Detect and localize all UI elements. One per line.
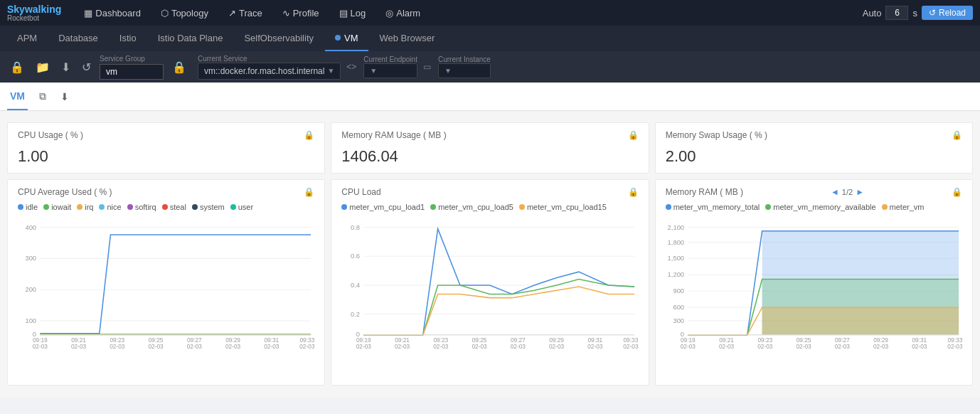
log-icon: ▤	[339, 8, 348, 18]
legend-meter-vm: meter_vm	[882, 203, 925, 211]
tab-istio[interactable]: Istio	[110, 26, 147, 51]
nav-right: Auto s ↺ Reload	[863, 6, 973, 20]
service-group-input[interactable]	[100, 64, 164, 80]
legend-load15-dot	[519, 204, 525, 210]
svg-text:0.2: 0.2	[351, 311, 360, 318]
nav-dashboard-label: Dashboard	[95, 8, 141, 18]
svg-text:02-03: 02-03	[549, 343, 565, 350]
nav-topology[interactable]: ⬡ Topology	[152, 0, 217, 26]
legend-user-dot	[230, 204, 236, 210]
nav-dashboard[interactable]: ▦ Dashboard	[75, 0, 149, 26]
legend-nice-dot	[99, 204, 105, 210]
alarm-icon: ◎	[385, 8, 393, 18]
lock-service-icon: 🔒	[169, 58, 189, 77]
tab-apm[interactable]: APM	[7, 26, 47, 51]
metrics-row: CPU Usage ( % ) 🔒 1.00 Memory RAM Usage …	[7, 122, 973, 174]
legend-cpu-load15: meter_vm_cpu_load15	[519, 203, 607, 211]
second-navigation: APM Database Istio Istio Data Plane Self…	[0, 26, 980, 51]
download-toolbar-icon[interactable]: ⬇	[58, 58, 73, 77]
tab-apm-label: APM	[17, 33, 37, 43]
svg-marker-72	[762, 307, 958, 335]
toolbar: 🔒 📁 ⬇ ↺ Service Group 🔒 Current Service …	[0, 51, 980, 83]
svg-text:02-03: 02-03	[395, 343, 410, 350]
chart-cpu-avg: CPU Average Used ( % ) 🔒 idle iowait irq…	[7, 179, 325, 386]
vm-dot	[335, 35, 341, 41]
metric-cpu-value: 1.00	[18, 147, 314, 166]
metric-ram-value: 1406.04	[341, 147, 638, 166]
vm-tab-label: VM	[10, 90, 25, 102]
svg-text:02-03: 02-03	[719, 343, 735, 350]
metric-card-cpu-usage: CPU Usage ( % ) 🔒 1.00	[7, 122, 325, 174]
nav-log[interactable]: ▤ Log	[331, 0, 375, 26]
vm-tab[interactable]: VM	[7, 83, 28, 110]
chart-cpu-avg-title: CPU Average Used ( % ) 🔒	[18, 187, 314, 197]
current-instance-dropdown[interactable]: ▼	[438, 63, 491, 78]
metric-ram-title: Memory RAM Usage ( MB ) 🔒	[341, 130, 638, 140]
auto-interval-input[interactable]	[885, 6, 908, 20]
chart-cpu-avg-label: CPU Average Used ( % )	[18, 187, 112, 197]
svg-text:02-03: 02-03	[757, 343, 773, 350]
svg-text:300: 300	[673, 317, 684, 324]
chart-memory-legend: meter_vm_memory_total meter_vm_memory_av…	[666, 203, 962, 211]
metric-cpu-lock-icon: 🔒	[304, 130, 314, 140]
chart-memory-area: 2,100 1,800 1,500 1,200 900 600 300 0	[666, 216, 962, 358]
metric-swap-value: 2.00	[666, 147, 962, 166]
prev-page-button[interactable]: ◄	[831, 187, 839, 197]
chart-memory-ram: Memory RAM ( MB ) ◄ 1/2 ► 🔒 meter_vm_mem…	[655, 179, 973, 386]
nav-trace[interactable]: ↗ Trace	[220, 0, 271, 26]
folder-icon[interactable]: 📁	[33, 58, 53, 77]
svg-text:02-03: 02-03	[356, 343, 372, 350]
trace-icon: ↗	[228, 8, 236, 18]
current-endpoint-selector[interactable]: <> Current Endpoint ▼	[346, 55, 417, 78]
svg-text:02-03: 02-03	[433, 343, 449, 350]
copy-icon[interactable]: ⧉	[36, 87, 49, 105]
nav-profile[interactable]: ∿ Profile	[274, 0, 328, 26]
chart-memory-svg: 2,100 1,800 1,500 1,200 900 600 300 0	[666, 216, 962, 358]
legend-irq-dot	[77, 204, 82, 210]
current-service-dropdown[interactable]: vm::docker.for.mac.host.internal ▼	[198, 63, 341, 80]
auto-unit: s	[912, 8, 917, 18]
brand-sub: Rocketbot	[7, 15, 61, 22]
chart-memory-ram-label: Memory RAM ( MB )	[666, 187, 743, 197]
legend-steal-dot	[162, 204, 168, 210]
chart-cpu-load-area: 0.8 0.6 0.4 0.2 0 09:19 02-03 0	[341, 216, 638, 358]
svg-text:0.6: 0.6	[351, 253, 360, 260]
brand-logo: Skywalking Rocketbot	[7, 4, 61, 22]
current-instance-selector[interactable]: ▭ Current Instance ▼	[423, 55, 491, 78]
legend-cpu-load1: meter_vm_cpu_load1	[341, 203, 425, 211]
download-icon[interactable]: ⬇	[58, 88, 72, 105]
chart-cpu-load-title: CPU Load 🔒	[341, 187, 638, 197]
tab-self-observability[interactable]: SelfObservability	[234, 26, 324, 51]
reload-label: Reload	[939, 8, 966, 18]
svg-text:200: 200	[25, 286, 36, 293]
lock-toolbar-icon[interactable]: 🔒	[7, 58, 27, 77]
tab-database[interactable]: Database	[48, 26, 108, 51]
legend-load1-dot	[341, 204, 347, 210]
current-instance-block: Current Instance ▼	[438, 55, 491, 78]
nav-alarm[interactable]: ◎ Alarm	[377, 0, 429, 26]
legend-softirq: softirq	[127, 203, 156, 211]
legend-cpu-load5: meter_vm_cpu_load5	[430, 203, 513, 211]
legend-softirq-dot	[127, 204, 133, 210]
svg-text:300: 300	[25, 255, 36, 262]
current-service-selector[interactable]: Current Service vm::docker.for.mac.host.…	[195, 55, 341, 80]
svg-text:02-03: 02-03	[873, 343, 889, 350]
current-service-block: Current Service vm::docker.for.mac.host.…	[198, 55, 341, 80]
reload-button[interactable]: ↺ Reload	[922, 6, 973, 20]
svg-text:900: 900	[673, 287, 684, 294]
chart-cpu-avg-lock-icon: 🔒	[304, 187, 314, 197]
svg-text:02-03: 02-03	[472, 343, 488, 350]
next-page-button[interactable]: ►	[856, 187, 864, 197]
nav-profile-label: Profile	[293, 8, 319, 18]
legend-idle-dot	[18, 204, 23, 210]
tab-istio-data-plane[interactable]: Istio Data Plane	[148, 26, 233, 51]
metric-swap-title: Memory Swap Usage ( % ) 🔒	[666, 130, 962, 140]
refresh-icon[interactable]: ↺	[79, 58, 94, 77]
svg-text:2,100: 2,100	[667, 223, 683, 231]
tab-web-browser[interactable]: Web Browser	[370, 26, 445, 51]
tab-vm[interactable]: VM	[325, 26, 368, 51]
current-endpoint-dropdown[interactable]: ▼	[363, 63, 417, 78]
topology-icon: ⬡	[161, 8, 169, 18]
chart-cpu-load-legend: meter_vm_cpu_load1 meter_vm_cpu_load5 me…	[341, 203, 638, 211]
legend-iowait: iowait	[43, 203, 71, 211]
